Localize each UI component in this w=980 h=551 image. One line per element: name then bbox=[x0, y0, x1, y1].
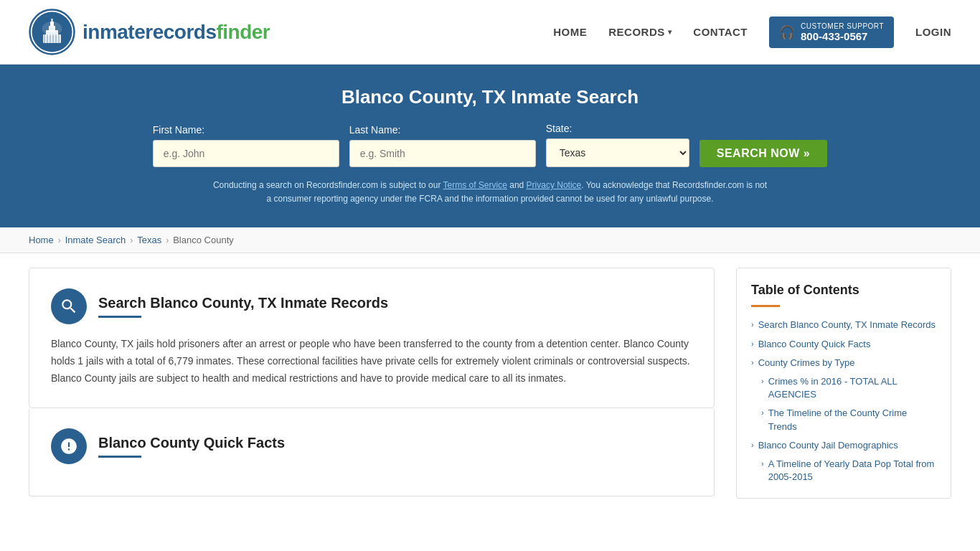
toc-item-6: › Blanco County Jail Demographics bbox=[751, 439, 936, 452]
chevron-icon-3: › bbox=[751, 358, 754, 367]
svg-rect-7 bbox=[52, 19, 53, 22]
toc-item-7: › A Timeline of Yearly Data Pop Total fr… bbox=[761, 458, 936, 484]
last-name-input[interactable] bbox=[349, 140, 536, 167]
svg-rect-13 bbox=[58, 34, 60, 43]
svg-rect-12 bbox=[55, 34, 57, 43]
breadcrumb-home[interactable]: Home bbox=[29, 235, 54, 245]
chevron-icon-1: › bbox=[751, 320, 754, 329]
toc-title: Table of Contents bbox=[751, 283, 936, 298]
nav-home[interactable]: HOME bbox=[553, 26, 587, 38]
alert-icon bbox=[60, 437, 78, 456]
content-left: Search Blanco County, TX Inmate Records … bbox=[29, 268, 736, 499]
first-name-input[interactable] bbox=[153, 140, 339, 167]
privacy-link[interactable]: Privacy Notice bbox=[527, 180, 582, 190]
first-name-label: First Name: bbox=[153, 124, 204, 136]
breadcrumb: Home › Inmate Search › Texas › Blanco Co… bbox=[0, 227, 980, 253]
toc-link-5[interactable]: The Timeline of the County Crime Trends bbox=[768, 407, 936, 433]
chevron-icon-5: › bbox=[761, 408, 764, 417]
toc-list: › Search Blanco County, TX Inmate Record… bbox=[751, 319, 936, 484]
alert-card-icon bbox=[51, 428, 87, 464]
svg-rect-9 bbox=[47, 34, 48, 43]
support-label: CUSTOMER SUPPORT bbox=[801, 22, 884, 30]
toc-link-2[interactable]: Blanco County Quick Facts bbox=[758, 338, 871, 351]
support-number: 800-433-0567 bbox=[801, 30, 884, 42]
disclaimer-text: Conducting a search on Recordsfinder.com… bbox=[210, 179, 770, 206]
svg-rect-8 bbox=[44, 34, 45, 43]
logo-icon bbox=[29, 9, 75, 55]
site-header: inmaterecordsfinder HOME RECORDS ▾ CONTA… bbox=[0, 0, 980, 65]
card-title-1: Search Blanco County, TX Inmate Records bbox=[98, 295, 388, 311]
headset-icon: 🎧 bbox=[779, 24, 795, 40]
breadcrumb-sep-1: › bbox=[58, 235, 61, 245]
magnifier-icon bbox=[60, 297, 78, 316]
card-header-2: Blanco County Quick Facts bbox=[51, 428, 692, 464]
main-content: Search Blanco County, TX Inmate Records … bbox=[0, 253, 980, 513]
search-form: First Name: Last Name: State: Texas SEAR… bbox=[29, 123, 951, 167]
card-title-underline-1 bbox=[98, 316, 141, 318]
breadcrumb-state[interactable]: Texas bbox=[137, 235, 161, 245]
toc-link-1[interactable]: Search Blanco County, TX Inmate Records bbox=[758, 319, 936, 331]
card-body-1: Blanco County, TX jails hold prisoners a… bbox=[51, 336, 692, 387]
last-name-label: Last Name: bbox=[349, 124, 401, 136]
toc-item-3: › County Crimes by Type bbox=[751, 357, 936, 369]
svg-rect-11 bbox=[52, 34, 54, 43]
toc-link-7[interactable]: A Timeline of Yearly Data Pop Total from… bbox=[768, 458, 936, 484]
nav-contact[interactable]: CONTACT bbox=[693, 26, 748, 38]
breadcrumb-sep-3: › bbox=[166, 235, 169, 245]
toc-box: Table of Contents › Search Blanco County… bbox=[736, 268, 951, 499]
last-name-group: Last Name: bbox=[349, 124, 536, 167]
chevron-icon-4: › bbox=[761, 377, 764, 385]
chevron-icon-2: › bbox=[751, 339, 754, 348]
chevron-icon-7: › bbox=[761, 459, 764, 468]
customer-support-box[interactable]: 🎧 CUSTOMER SUPPORT 800-433-0567 bbox=[769, 17, 894, 48]
toc-item-1: › Search Blanco County, TX Inmate Record… bbox=[751, 319, 936, 331]
search-button[interactable]: SEARCH NOW » bbox=[699, 140, 827, 167]
toc-item-4: › Crimes % in 2016 - TOTAL ALL AGENCIES bbox=[761, 375, 936, 401]
hero-section: Blanco County, TX Inmate Search First Na… bbox=[0, 65, 980, 227]
nav-records[interactable]: RECORDS ▾ bbox=[608, 26, 672, 38]
card-title-2: Blanco County Quick Facts bbox=[98, 435, 285, 451]
toc-link-3[interactable]: County Crimes by Type bbox=[758, 357, 855, 369]
breadcrumb-sep-2: › bbox=[130, 235, 133, 245]
svg-rect-6 bbox=[50, 22, 54, 27]
breadcrumb-inmate-search[interactable]: Inmate Search bbox=[65, 235, 126, 245]
toc-link-4[interactable]: Crimes % in 2016 - TOTAL ALL AGENCIES bbox=[768, 375, 936, 401]
search-card-icon bbox=[51, 288, 87, 324]
state-select[interactable]: Texas bbox=[546, 138, 689, 167]
quick-facts-card: Blanco County Quick Facts bbox=[29, 408, 715, 496]
state-group: State: Texas bbox=[546, 123, 689, 167]
terms-link[interactable]: Terms of Service bbox=[443, 180, 507, 190]
sidebar: Table of Contents › Search Blanco County… bbox=[736, 268, 951, 499]
card-title-underline-2 bbox=[98, 456, 141, 458]
svg-rect-5 bbox=[49, 26, 55, 32]
logo-text: inmaterecordsfinder bbox=[83, 21, 270, 44]
svg-rect-10 bbox=[50, 34, 51, 43]
toc-item-2: › Blanco County Quick Facts bbox=[751, 338, 936, 351]
breadcrumb-county: Blanco County bbox=[173, 235, 234, 245]
main-nav: HOME RECORDS ▾ CONTACT 🎧 CUSTOMER SUPPOR… bbox=[553, 17, 951, 48]
inmate-records-card: Search Blanco County, TX Inmate Records … bbox=[29, 268, 715, 408]
card-header-1: Search Blanco County, TX Inmate Records bbox=[51, 288, 692, 324]
logo[interactable]: inmaterecordsfinder bbox=[29, 9, 270, 55]
toc-link-6[interactable]: Blanco County Jail Demographics bbox=[758, 439, 898, 452]
nav-login[interactable]: LOGIN bbox=[915, 26, 951, 38]
first-name-group: First Name: bbox=[153, 124, 339, 167]
state-label: State: bbox=[546, 123, 573, 134]
chevron-icon-6: › bbox=[751, 441, 754, 449]
chevron-down-icon: ▾ bbox=[668, 28, 672, 36]
page-title: Blanco County, TX Inmate Search bbox=[29, 86, 951, 108]
toc-divider bbox=[751, 305, 780, 307]
toc-item-5: › The Timeline of the County Crime Trend… bbox=[761, 407, 936, 433]
